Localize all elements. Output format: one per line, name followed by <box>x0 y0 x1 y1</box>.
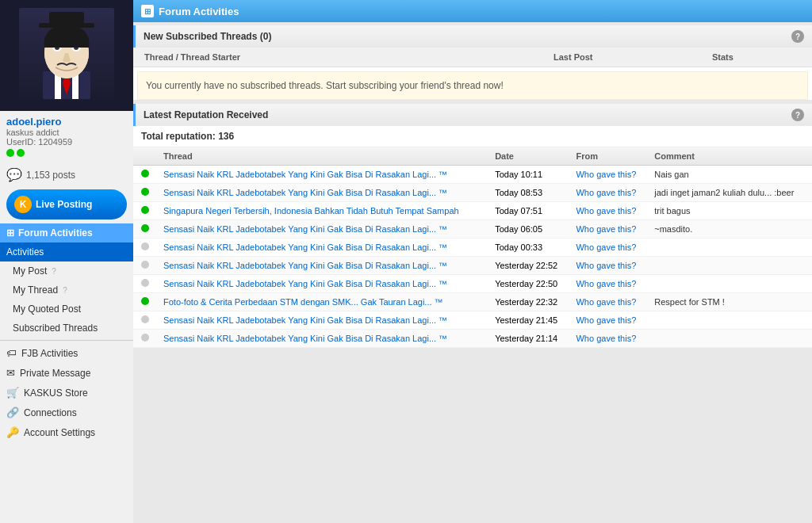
link-icon: 🔗 <box>6 407 19 418</box>
header-icon: ⊞ <box>141 5 154 17</box>
rep-from-cell: Who gave this? <box>569 166 648 184</box>
active-item-label: Activities <box>6 246 44 258</box>
table-row: Foto-foto & Cerita Perbedaan STM dengan … <box>133 293 812 311</box>
thread-link[interactable]: Sensasi Naik KRL Jadebotabek Yang Kini G… <box>163 188 447 197</box>
rep-dot-gray <box>141 261 149 269</box>
col-thread: Thread / Thread Starter <box>141 51 550 63</box>
rep-thread-cell: Sensasi Naik KRL Jadebotabek Yang Kini G… <box>157 330 488 348</box>
rep-thread-cell: Foto-foto & Cerita Perbedaan STM dengan … <box>157 293 488 311</box>
user-rank: kaskus addict <box>6 128 127 137</box>
rep-comment-cell: Nais gan <box>648 166 812 184</box>
subscribed-header: New Subscribed Threads (0) ? <box>133 25 812 48</box>
who-gave-link[interactable]: Who gave this? <box>576 315 636 325</box>
rep-date-cell: Today 07:51 <box>488 202 569 220</box>
table-row: Sensasi Naik KRL Jadebotabek Yang Kini G… <box>133 257 812 275</box>
thread-link[interactable]: Foto-foto & Cerita Perbedaan STM dengan … <box>163 297 443 307</box>
who-gave-link[interactable]: Who gave this? <box>576 261 636 270</box>
rep-from-cell: Who gave this? <box>569 293 648 311</box>
sidebar-item-kaskus-store[interactable]: 🛒 KASKUS Store <box>0 383 133 403</box>
private-message-label: Private Message <box>20 368 90 379</box>
who-gave-link[interactable]: Who gave this? <box>576 224 636 234</box>
col-rep-thread: Thread <box>157 147 488 166</box>
who-gave-link[interactable]: Who gave this? <box>576 206 636 216</box>
rep-dot-cell <box>133 311 157 330</box>
dot-2 <box>17 149 25 157</box>
rep-date-cell: Today 06:05 <box>488 220 569 239</box>
sidebar-item-my-quoted-post[interactable]: My Quoted Post <box>0 300 133 319</box>
thread-link[interactable]: Sensasi Naik KRL Jadebotabek Yang Kini G… <box>163 242 447 252</box>
col-rep-comment: Comment <box>648 147 812 166</box>
divider-1 <box>0 340 133 341</box>
rep-dot-gray <box>141 242 149 250</box>
table-row: Sensasi Naik KRL Jadebotabek Yang Kini G… <box>133 220 812 239</box>
sidebar-item-activities[interactable]: Activities <box>0 242 133 262</box>
who-gave-link[interactable]: Who gave this? <box>576 242 636 252</box>
thread-link[interactable]: Sensasi Naik KRL Jadebotabek Yang Kini G… <box>163 334 447 343</box>
who-gave-link[interactable]: Who gave this? <box>576 297 636 307</box>
table-row: Singapura Negeri Terbersih, Indonesia Ba… <box>133 202 812 220</box>
rep-dot-gray <box>141 315 149 323</box>
rep-comment-cell <box>648 330 812 348</box>
live-posting-button[interactable]: K Live Posting <box>6 189 127 220</box>
chat-icon: 💬 <box>6 167 22 182</box>
info-icon-thread: ? <box>63 286 67 295</box>
thread-link[interactable]: Sensasi Naik KRL Jadebotabek Yang Kini G… <box>163 261 447 270</box>
sidebar-item-account-settings[interactable]: 🔑 Account Settings <box>0 422 133 442</box>
tag-icon: 🏷 <box>6 347 17 359</box>
thread-link[interactable]: Sensasi Naik KRL Jadebotabek Yang Kini G… <box>163 224 447 234</box>
rep-dot-green <box>141 206 149 214</box>
rep-thread-cell: Sensasi Naik KRL Jadebotabek Yang Kini G… <box>157 275 488 293</box>
info-icon-post: ? <box>52 267 56 276</box>
rep-date-cell: Yesterday 21:45 <box>488 311 569 330</box>
thread-link[interactable]: Sensasi Naik KRL Jadebotabek Yang Kini G… <box>163 279 447 288</box>
sidebar-item-connections[interactable]: 🔗 Connections <box>0 403 133 422</box>
subscribed-help-icon[interactable]: ? <box>791 30 804 43</box>
sidebar-item-private-message[interactable]: ✉ Private Message <box>0 363 133 383</box>
rep-date-cell: Today 00:33 <box>488 239 569 257</box>
rep-thread-cell: Singapura Negeri Terbersih, Indonesia Ba… <box>157 202 488 220</box>
table-row: Sensasi Naik KRL Jadebotabek Yang Kini G… <box>133 239 812 257</box>
sidebar-item-my-post[interactable]: My Post ? <box>0 262 133 281</box>
rep-dot-gray <box>141 334 149 342</box>
reputation-help-icon[interactable]: ? <box>791 109 804 121</box>
rep-from-cell: Who gave this? <box>569 220 648 239</box>
subscribed-section: New Subscribed Threads (0) ? Thread / Th… <box>133 25 812 100</box>
live-posting-label: Live Posting <box>36 199 92 210</box>
sidebar-item-my-thread[interactable]: My Thread ? <box>0 281 133 300</box>
who-gave-link[interactable]: Who gave this? <box>576 170 636 179</box>
rep-dot-green <box>141 224 149 232</box>
rep-dot-cell <box>133 257 157 275</box>
thread-link[interactable]: Sensasi Naik KRL Jadebotabek Yang Kini G… <box>163 315 447 325</box>
rep-dot-cell <box>133 275 157 293</box>
total-reputation-area: Total reputation: 136 <box>133 126 812 147</box>
col-last-post: Last Post <box>550 51 709 63</box>
rep-dot-green <box>141 297 149 305</box>
thread-link[interactable]: Singapura Negeri Terbersih, Indonesia Ba… <box>163 206 459 216</box>
account-settings-label: Account Settings <box>24 427 95 438</box>
reputation-dots <box>6 147 127 159</box>
rep-from-cell: Who gave this? <box>569 257 648 275</box>
avatar <box>19 8 114 103</box>
sidebar-item-subscribed-threads[interactable]: Subscribed Threads <box>0 319 133 338</box>
table-row: Sensasi Naik KRL Jadebotabek Yang Kini G… <box>133 166 812 184</box>
my-post-label: My Post <box>13 265 47 277</box>
rep-comment-cell <box>648 239 812 257</box>
who-gave-link[interactable]: Who gave this? <box>576 334 636 343</box>
who-gave-link[interactable]: Who gave this? <box>576 188 636 197</box>
my-quoted-post-label: My Quoted Post <box>13 303 81 315</box>
rep-comment-cell <box>648 311 812 330</box>
rep-dot-green <box>141 170 149 178</box>
main-content: ⊞ Forum Activities New Subscribed Thread… <box>133 0 812 523</box>
who-gave-link[interactable]: Who gave this? <box>576 279 636 288</box>
rep-dot-cell <box>133 293 157 311</box>
rep-from-cell: Who gave this? <box>569 311 648 330</box>
rep-dot-cell <box>133 330 157 348</box>
sidebar-section-header: ⊞ Forum Activities <box>0 223 133 242</box>
sidebar-item-fjb[interactable]: 🏷 FJB Activities <box>0 343 133 363</box>
rep-from-cell: Who gave this? <box>569 275 648 293</box>
username[interactable]: adoel.piero <box>6 116 127 128</box>
reputation-title: Latest Reputation Received <box>144 109 268 120</box>
rep-thread-cell: Sensasi Naik KRL Jadebotabek Yang Kini G… <box>157 257 488 275</box>
thread-link[interactable]: Sensasi Naik KRL Jadebotabek Yang Kini G… <box>163 170 447 179</box>
rep-comment-cell: trit bagus <box>648 202 812 220</box>
